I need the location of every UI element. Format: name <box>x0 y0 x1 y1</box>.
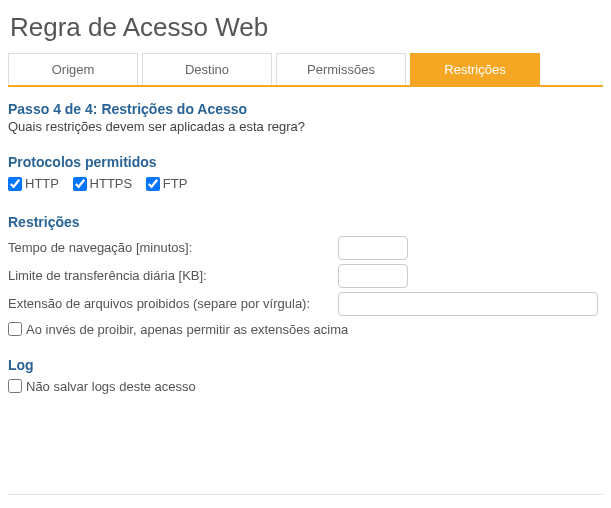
step-desc: Quais restrições devem ser aplicadas a e… <box>8 119 603 134</box>
row-nolog: Não salvar logs deste acesso <box>8 379 603 394</box>
protocol-http-label: HTTP <box>25 176 59 191</box>
navtime-input[interactable] <box>338 236 408 260</box>
protocol-https[interactable]: HTTPS <box>73 176 133 191</box>
step-title: Passo 4 de 4: Restrições do Acesso <box>8 101 603 117</box>
protocol-https-checkbox[interactable] <box>73 177 87 191</box>
protocol-ftp-label: FTP <box>163 176 188 191</box>
dailylimit-input[interactable] <box>338 264 408 288</box>
forbidden-ext-input[interactable] <box>338 292 598 316</box>
navtime-label: Tempo de navegação [minutos]: <box>8 240 338 255</box>
protocol-https-label: HTTPS <box>90 176 133 191</box>
page-title: Regra de Acesso Web <box>10 12 603 43</box>
invert-ext-checkbox[interactable] <box>8 322 22 336</box>
protocol-ftp[interactable]: FTP <box>146 176 188 191</box>
tabs: Origem Destino Permissões Restrições <box>8 53 603 87</box>
restrictions-title: Restrições <box>8 214 603 230</box>
nolog-label: Não salvar logs deste acesso <box>26 379 196 394</box>
row-forbidden-ext: Extensão de arquivos proibidos (separe p… <box>8 292 603 316</box>
log-title: Log <box>8 357 603 373</box>
row-invert-ext: Ao invés de proibir, apenas permitir as … <box>8 322 603 337</box>
tab-permissoes[interactable]: Permissões <box>276 53 406 85</box>
protocol-http[interactable]: HTTP <box>8 176 59 191</box>
row-navtime: Tempo de navegação [minutos]: <box>8 236 603 260</box>
tab-restricoes[interactable]: Restrições <box>410 53 540 85</box>
protocol-ftp-checkbox[interactable] <box>146 177 160 191</box>
protocol-http-checkbox[interactable] <box>8 177 22 191</box>
content-panel: Passo 4 de 4: Restrições do Acesso Quais… <box>8 87 603 394</box>
protocols-title: Protocolos permitidos <box>8 154 603 170</box>
tab-origem[interactable]: Origem <box>8 53 138 85</box>
footer-divider <box>8 494 603 495</box>
row-dailylimit: Limite de transferência diária [KB]: <box>8 264 603 288</box>
invert-ext-label: Ao invés de proibir, apenas permitir as … <box>26 322 348 337</box>
tab-destino[interactable]: Destino <box>142 53 272 85</box>
forbidden-ext-label: Extensão de arquivos proibidos (separe p… <box>8 296 338 311</box>
dailylimit-label: Limite de transferência diária [KB]: <box>8 268 338 283</box>
protocols-row: HTTP HTTPS FTP <box>8 176 603 194</box>
nolog-checkbox[interactable] <box>8 379 22 393</box>
